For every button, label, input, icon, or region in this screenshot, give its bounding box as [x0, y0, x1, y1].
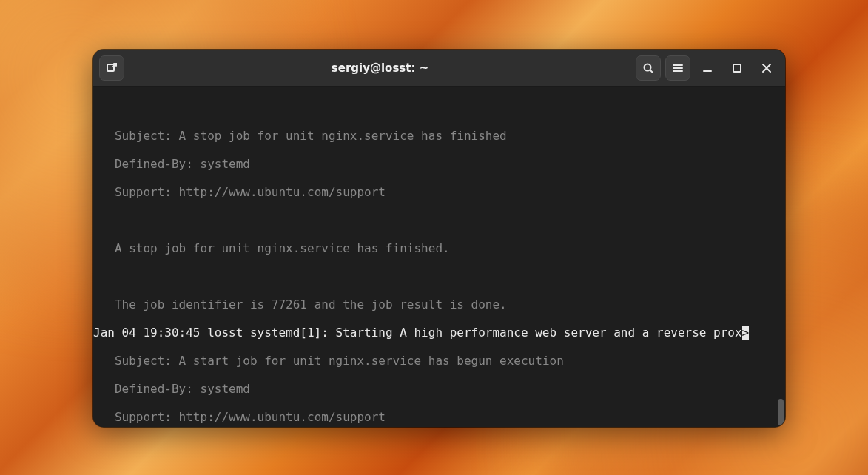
svg-rect-2 [733, 64, 741, 72]
continuation-marker: > [742, 326, 750, 340]
scrollbar-thumb[interactable] [778, 399, 784, 425]
log-entry: Jan 04 19:30:45 losst systemd[1]: Starti… [93, 326, 785, 340]
log-line [93, 269, 785, 283]
log-line: A stop job for unit nginx.service has fi… [93, 241, 785, 255]
log-line [93, 213, 785, 227]
window-title: sergiy@losst: ~ [129, 61, 631, 75]
search-icon [642, 62, 654, 74]
search-button[interactable] [636, 55, 661, 81]
close-button[interactable] [754, 55, 779, 81]
terminal-output: Subject: A stop job for unit nginx.servi… [93, 115, 785, 427]
menu-button[interactable] [665, 55, 690, 81]
minimize-button[interactable] [695, 55, 720, 81]
log-line: Defined-By: systemd [93, 382, 785, 396]
svg-rect-0 [107, 64, 114, 71]
log-line: Subject: A start job for unit nginx.serv… [93, 354, 785, 368]
log-line: Support: http://www.ubuntu.com/support [93, 185, 785, 199]
titlebar-right [636, 55, 779, 81]
log-line: The job identifier is 77261 and the job … [93, 297, 785, 311]
new-tab-icon [106, 62, 118, 74]
new-tab-button[interactable] [99, 55, 124, 81]
scrollbar[interactable] [776, 87, 784, 427]
terminal-body[interactable]: Subject: A stop job for unit nginx.servi… [93, 87, 785, 427]
maximize-icon [731, 62, 743, 74]
log-line: Defined-By: systemd [93, 157, 785, 171]
log-line: Subject: A stop job for unit nginx.servi… [93, 129, 785, 143]
terminal-window: sergiy@losst: ~ [93, 50, 785, 427]
hamburger-icon [672, 62, 684, 74]
close-icon [761, 62, 773, 74]
log-line: Support: http://www.ubuntu.com/support [93, 410, 785, 424]
minimize-icon [702, 62, 713, 74]
maximize-button[interactable] [724, 55, 750, 81]
titlebar: sergiy@losst: ~ [93, 50, 785, 87]
